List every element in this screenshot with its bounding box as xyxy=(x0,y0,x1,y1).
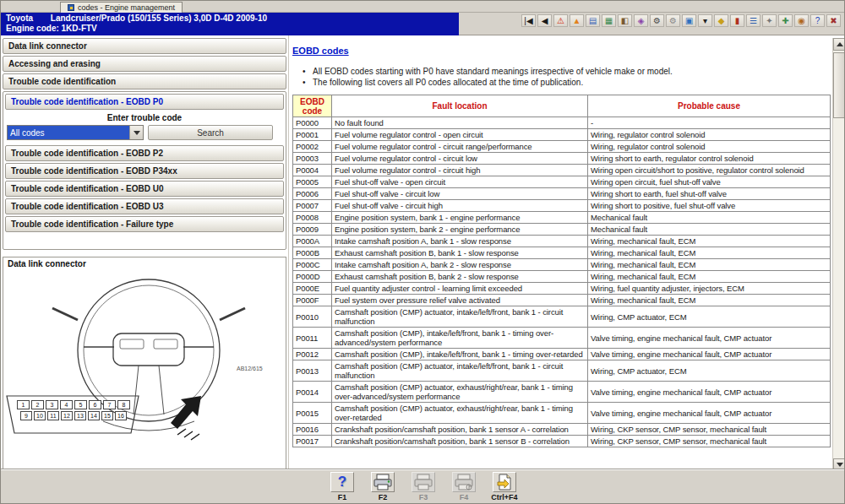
cause-cell: Wiring, regulator control solenoid xyxy=(588,141,831,153)
engine-code: Engine code: 1KD-FTV xyxy=(6,24,454,34)
table-row: P0001 Fuel volume regulator control - op… xyxy=(293,129,831,141)
monitor-icon[interactable]: ▣ xyxy=(682,14,696,27)
fault-cell: Fuel shut-off valve - circuit low xyxy=(332,188,588,200)
fault-cell: Fuel volume regulator control - circuit … xyxy=(332,141,588,153)
sidebar: Data link connector Accessing and erasin… xyxy=(3,38,286,252)
dlc-pin: 14 xyxy=(88,411,100,420)
print-preview-icon xyxy=(412,472,435,492)
table-row: P0015 Camshaft position (CMP) actuator, … xyxy=(293,403,831,424)
fault-cell: Fuel volume regulator control - circuit … xyxy=(332,165,588,176)
help-icon[interactable]: ? xyxy=(810,14,825,27)
technical-data-icon[interactable]: ▤ xyxy=(586,14,600,27)
warning-icon[interactable]: ⚠ xyxy=(553,14,568,27)
maintenance-icon[interactable]: ▦ xyxy=(602,14,616,27)
code-cell: P0014 xyxy=(293,382,332,403)
table-header-row: EOBD code Fault location Probable cause xyxy=(293,95,831,117)
engine-management-tab-icon xyxy=(68,4,74,11)
close-document-ctrl-f4-button[interactable]: Ctrl+F4 xyxy=(489,472,520,501)
fault-cell: Crankshaft position/camshaft position, b… xyxy=(332,436,588,447)
scroll-up-button[interactable] xyxy=(833,38,845,51)
scrollbar-thumb[interactable] xyxy=(833,52,845,118)
fault-cell: Fuel quantity adjuster control - learnin… xyxy=(332,283,588,295)
sidebar-item-eobd-u0[interactable]: Trouble code identification - EOBD U0 xyxy=(5,181,284,197)
code-cell: P0001 xyxy=(293,129,332,141)
sidebar-item-trouble-code-identification[interactable]: Trouble code identification xyxy=(3,73,286,89)
table-row: P000B Exhaust camshaft position B, bank … xyxy=(293,247,831,259)
sidebar-item-failure-type[interactable]: Trouble code identification - Failure ty… xyxy=(5,216,284,232)
vehicle-line: Toyota Landcruiser/Prado (150/155 Series… xyxy=(6,14,454,24)
cause-cell: Wiring short to positive, fuel shut-off … xyxy=(588,200,831,212)
printer-icon xyxy=(371,472,395,492)
code-cell: P000E xyxy=(293,283,332,295)
table-row: P0013 Camshaft position (CMP) actuator, … xyxy=(293,360,831,382)
battery-icon[interactable]: ▮ xyxy=(730,14,744,27)
table-row: P000D Exhaust camshaft position B, bank … xyxy=(293,271,831,283)
notes-list: All EOBD codes starting with P0 have sta… xyxy=(303,66,673,88)
cause-cell: Valve timing, engine mechanical fault, C… xyxy=(588,403,831,424)
search-button[interactable]: Search xyxy=(148,125,273,140)
manuals-icon[interactable]: ☰ xyxy=(746,14,760,27)
vehicle-model: Landcruiser/Prado (150/155 Series) 3,0D … xyxy=(51,14,267,23)
code-cell: P0003 xyxy=(293,153,332,165)
vertical-scrollbar[interactable] xyxy=(832,38,845,471)
dlc-pin: 7 xyxy=(103,400,116,409)
vehicle-header: Toyota Landcruiser/Prado (150/155 Series… xyxy=(1,13,459,35)
table-row: P0000 No fault found - xyxy=(293,117,831,129)
wiring-diagram-icon[interactable]: ✚ xyxy=(778,14,793,27)
cause-cell: Wiring, mechanical fault, ECM xyxy=(588,247,831,259)
fault-cell: Fuel volume regulator control - open cir… xyxy=(332,129,588,141)
document-tab[interactable]: codes - Engine management xyxy=(60,2,183,13)
table-row: P0002 Fuel volume regulator control - ci… xyxy=(293,141,831,153)
estimate-icon[interactable]: ◉ xyxy=(794,14,809,27)
trouble-code-search-row: All codes Search xyxy=(7,125,282,140)
code-cell: P0008 xyxy=(293,212,332,224)
sidebar-item-eobd-p0[interactable]: Trouble code identification - EOBD P0 xyxy=(5,94,284,110)
adjustments-icon[interactable]: ◧ xyxy=(618,14,632,27)
exit-icon[interactable]: ✖ xyxy=(826,14,841,27)
code-cell: P0002 xyxy=(293,141,332,153)
code-cell: P000F xyxy=(293,295,332,306)
sidebar-item-eobd-u3[interactable]: Trouble code identification - EOBD U3 xyxy=(5,198,284,214)
dlc-pin: 5 xyxy=(74,400,87,409)
cause-cell: Wiring, fuel quantity adjuster, injector… xyxy=(588,283,831,295)
help-f1-button[interactable]: ? F1 xyxy=(327,472,357,501)
dlc-connector: 12345678 910111213141516 xyxy=(12,400,135,422)
code-cell: P0006 xyxy=(293,188,332,200)
fault-cell: Engine position system, bank 1 - engine … xyxy=(332,212,588,224)
lubricants-icon[interactable]: ◆ xyxy=(714,14,728,27)
close-document-icon xyxy=(493,472,516,492)
table-row: P000C Intake camshaft position A, bank 2… xyxy=(293,259,831,271)
chevron-down-icon[interactable] xyxy=(129,126,143,139)
trouble-code-group: Trouble code identification - EOBD P0 En… xyxy=(3,91,286,250)
service-bulletin-icon[interactable]: ▲ xyxy=(570,14,584,27)
components-icon[interactable]: ✦ xyxy=(762,14,777,27)
diagnostics-icon[interactable]: ◈ xyxy=(634,14,648,27)
table-row: P0007 Fuel shut-off valve - circuit high… xyxy=(293,200,831,212)
column-header-fault-location: Fault location xyxy=(332,95,588,117)
sidebar-item-eobd-p34xx[interactable]: Trouble code identification - EOBD P34xx xyxy=(5,163,284,179)
application-window: codes - Engine management Toyota Landcru… xyxy=(0,0,845,504)
dlc-pin: 13 xyxy=(74,411,86,420)
nav-back-icon[interactable]: ◀ xyxy=(537,14,552,27)
dlc-pin: 6 xyxy=(89,400,101,409)
cause-cell: Wiring short to earth, fuel shut-off val… xyxy=(588,188,831,200)
code-cell: P0017 xyxy=(293,436,332,447)
top-toolbar: |◀ ◀ ⚠ ▲ ▤ ▦ ◧ ◈ ⚙ ⚙ ▣ ▾ xyxy=(459,13,845,35)
function-key-bar: ? F1 F2 xyxy=(1,469,845,503)
print-f2-button[interactable]: F2 xyxy=(368,472,398,501)
trouble-code-dropdown[interactable]: All codes xyxy=(7,125,144,140)
dlc-pin: 12 xyxy=(61,411,73,420)
code-cell: P000C xyxy=(293,259,332,271)
sidebar-item-data-link-connector[interactable]: Data link connector xyxy=(3,38,286,54)
transmission-gear-icon[interactable]: ⚙ xyxy=(666,14,680,27)
window-titlebar: codes - Engine management xyxy=(1,1,845,13)
dlc-pin: 4 xyxy=(60,400,73,409)
settings-gear-icon[interactable]: ⚙ xyxy=(650,14,664,27)
code-cell: P0016 xyxy=(293,424,332,436)
sidebar-item-eobd-p2[interactable]: Trouble code identification - EOBD P2 xyxy=(5,145,284,161)
scale-dropdown-icon[interactable]: ▾ xyxy=(698,14,712,27)
table-row: P0003 Fuel volume regulator control - ci… xyxy=(293,153,831,165)
nav-first-icon[interactable]: |◀ xyxy=(521,14,536,27)
sidebar-item-accessing-and-erasing[interactable]: Accessing and erasing xyxy=(3,56,286,72)
dlc-pin: 16 xyxy=(115,411,127,420)
